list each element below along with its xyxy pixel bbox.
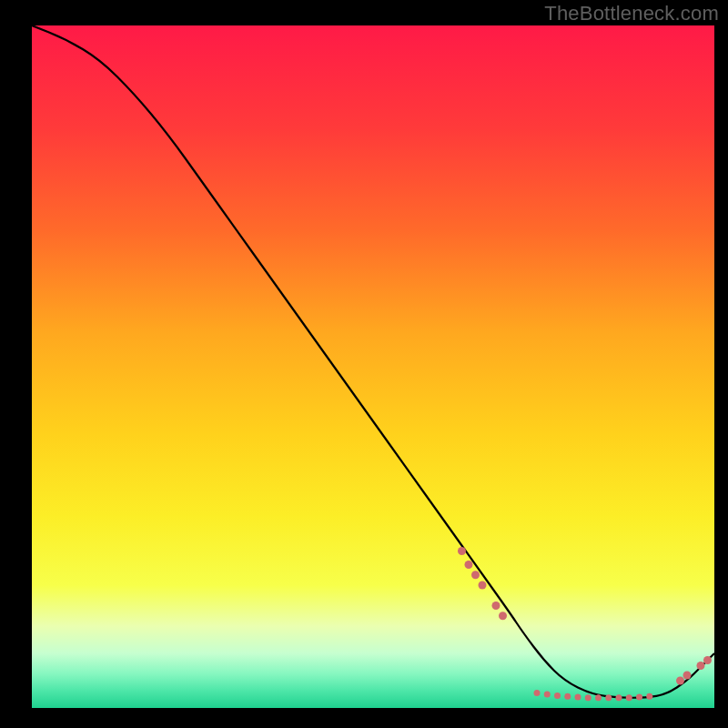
data-marker: [626, 694, 632, 701]
data-marker: [471, 571, 480, 579]
chart-frame: TheBottleneck.com: [0, 0, 728, 728]
data-marker: [636, 694, 642, 701]
data-marker: [697, 662, 705, 670]
data-marker: [703, 656, 712, 664]
data-marker: [492, 602, 500, 610]
data-marker: [605, 694, 612, 701]
data-marker: [544, 692, 551, 698]
data-marker: [499, 612, 507, 620]
data-marker: [683, 672, 692, 680]
plot-area: [32, 25, 714, 708]
data-marker: [465, 561, 473, 569]
data-marker: [554, 693, 561, 699]
data-marker: [458, 547, 466, 555]
data-marker: [616, 694, 622, 701]
data-marker: [676, 677, 684, 685]
data-marker: [479, 581, 487, 590]
data-marker: [595, 694, 602, 701]
data-markers: [458, 547, 712, 701]
data-marker: [585, 694, 592, 701]
data-marker: [534, 690, 541, 696]
watermark-text: TheBottleneck.com: [544, 2, 719, 25]
data-marker: [564, 693, 571, 700]
data-marker: [575, 694, 581, 701]
data-marker: [646, 693, 652, 700]
curve-layer: [32, 25, 714, 708]
bottleneck-curve: [32, 25, 714, 698]
